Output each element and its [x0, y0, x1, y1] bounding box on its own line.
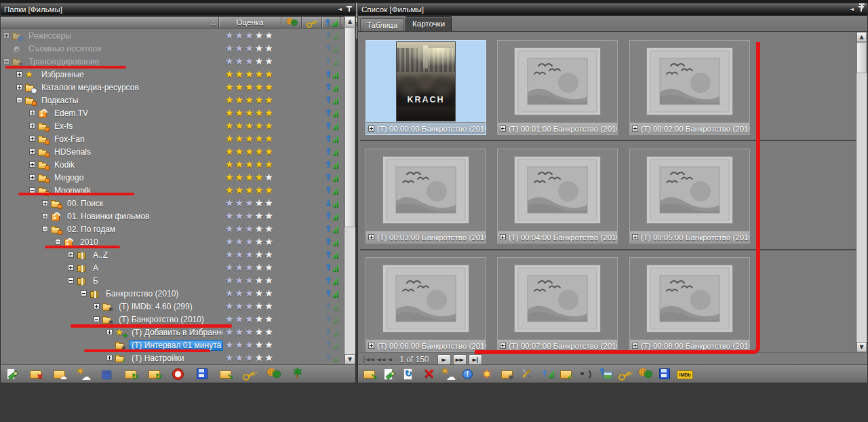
- tree-row[interactable]: 01. Новинки фильмов★★★★★↑: [1, 210, 344, 223]
- help-ring-icon[interactable]: [171, 367, 186, 381]
- key-icon[interactable]: [242, 367, 257, 381]
- page-refresh-icon[interactable]: [401, 367, 416, 381]
- collapse-arrow-icon[interactable]: ◄: [850, 6, 854, 12]
- tree-item-label[interactable]: Съемные носители: [26, 43, 104, 54]
- expand-toggle[interactable]: [42, 200, 48, 206]
- tree-item-label[interactable]: A: [90, 263, 101, 273]
- expand-toggle[interactable]: [42, 226, 48, 232]
- tree-item-label[interactable]: Подкасты: [39, 95, 81, 106]
- folder-import-icon[interactable]: ↘: [362, 367, 377, 381]
- tree-row[interactable]: 00. Поиск★★★★★↓: [1, 197, 344, 210]
- movie-card[interactable]: (Т) 00:06:00 Банкротство (2010: [366, 257, 486, 352]
- burst-icon[interactable]: [480, 367, 495, 381]
- tree-row[interactable]: Б★★★★★↑: [1, 274, 344, 287]
- expand-toggle[interactable]: [106, 329, 113, 335]
- page-edit-icon[interactable]: [382, 367, 397, 381]
- next-page-button[interactable]: ►: [437, 354, 451, 365]
- expand-toggle[interactable]: [368, 234, 374, 240]
- tree-row[interactable]: ★Избранные★★★★★↑: [1, 68, 344, 81]
- first-page-button[interactable]: |◄◄: [363, 354, 374, 365]
- expand-toggle[interactable]: [94, 316, 100, 322]
- tree-row[interactable]: Edem.TV★★★★★↑: [1, 107, 344, 119]
- collapse-arrow-icon[interactable]: ◄: [338, 6, 342, 12]
- expand-toggle[interactable]: [29, 123, 35, 129]
- tree-item-label[interactable]: Транскодирование: [26, 56, 102, 67]
- expand-toggle[interactable]: [29, 110, 35, 116]
- expand-toggle[interactable]: [29, 174, 35, 180]
- tree-row[interactable]: ∗(Т) Интервал 01 минута (★★★★★↑: [1, 339, 344, 351]
- movie-card[interactable]: KRACH(Т) 00:00:00 Банкротство (2010: [366, 40, 486, 135]
- expand-toggle[interactable]: [632, 234, 638, 240]
- expand-toggle[interactable]: [68, 277, 74, 284]
- movie-card[interactable]: (Т) 00:07:00 Банкротство (2010: [497, 257, 618, 352]
- tree-item-label[interactable]: Б: [90, 275, 101, 286]
- users-column-header[interactable]: [281, 17, 302, 28]
- movie-card[interactable]: (Т) 00:08:00 Банкротство (2010: [629, 257, 750, 352]
- expand-toggle[interactable]: [3, 33, 9, 39]
- scroll-down-button[interactable]: ▼: [344, 354, 355, 364]
- expand-toggle[interactable]: [42, 213, 48, 219]
- tree-scrollbar[interactable]: ▲ ▼: [344, 16, 355, 364]
- tree-item-label[interactable]: (Т) Интервал 01 минута (: [129, 340, 223, 351]
- scroll-down-button[interactable]: ▼: [856, 342, 867, 352]
- prev-fast-page-button[interactable]: ◄◄: [376, 354, 384, 365]
- tree-item-label[interactable]: Ex-fs: [52, 121, 75, 132]
- image-up-icon[interactable]: [598, 367, 613, 381]
- expand-toggle[interactable]: [500, 343, 506, 349]
- level-column-header[interactable]: ↑: [322, 17, 340, 28]
- tree-row[interactable]: ☻Режиссеры★★★★★↑: [1, 29, 344, 42]
- movie-card[interactable]: (Т) 00:03:00 Банкротство (2010: [366, 149, 486, 244]
- users-icon[interactable]: [637, 367, 652, 381]
- tree-item-label[interactable]: 2010: [77, 237, 101, 248]
- tree-row[interactable]: ★+(Т) Добавить в Избранное★★★★★↑: [1, 326, 344, 339]
- expand-toggle[interactable]: [3, 58, 9, 64]
- expand-toggle[interactable]: [16, 71, 22, 77]
- tree-item-label[interactable]: Megogo: [52, 172, 86, 183]
- movie-card[interactable]: (Т) 00:01:00 Банкротство (2010: [497, 40, 618, 135]
- tools-icon[interactable]: [519, 367, 534, 381]
- tree-row[interactable]: ∗(Т) Банкротство (2010)★★★★★↑: [1, 313, 344, 326]
- tree-row[interactable]: Kodik★★★★★↑: [1, 158, 344, 171]
- movie-card[interactable]: (Т) 00:02:00 Банкротство (2010: [629, 40, 750, 135]
- folder-check-icon[interactable]: ✓: [559, 367, 574, 381]
- expand-toggle[interactable]: [81, 290, 87, 296]
- tree-row[interactable]: Fox-Fan★★★★★↑: [1, 132, 344, 145]
- folder-gear-icon[interactable]: ∗: [500, 367, 515, 381]
- expand-toggle[interactable]: [500, 126, 506, 132]
- scroll-up-button[interactable]: ▲: [344, 16, 355, 26]
- expand-toggle[interactable]: [632, 126, 638, 132]
- folder-refresh-icon[interactable]: ↻: [123, 367, 138, 381]
- sound-icon[interactable]: [578, 367, 593, 381]
- tree-row[interactable]: Moonwalk★★★★★↑: [1, 184, 344, 197]
- save-icon[interactable]: [657, 367, 672, 381]
- weather-icon[interactable]: [441, 367, 456, 381]
- expand-toggle[interactable]: [500, 234, 506, 240]
- tab-cards[interactable]: Карточки: [406, 16, 452, 31]
- delete-x-icon[interactable]: [421, 367, 436, 381]
- tree-item-label[interactable]: Kodik: [52, 159, 77, 170]
- tree-item-label[interactable]: Банкротство (2010): [103, 288, 181, 299]
- weather-icon[interactable]: [76, 367, 91, 381]
- pin-icon[interactable]: [347, 5, 352, 14]
- tree-row[interactable]: Съемные носители★★★★★↑: [1, 42, 344, 55]
- sort-up-icon[interactable]: ↑: [539, 367, 554, 381]
- expand-toggle[interactable]: [94, 303, 100, 309]
- tree-row[interactable]: A..Z★★★★★↑: [1, 248, 344, 261]
- tree-item-label[interactable]: Fox-Fan: [52, 134, 87, 145]
- expand-toggle[interactable]: [29, 161, 35, 168]
- expand-toggle[interactable]: [106, 355, 113, 361]
- imdb-icon[interactable]: IMDb: [677, 370, 693, 379]
- next-fast-page-button[interactable]: ►►: [453, 354, 467, 365]
- movie-card[interactable]: (Т) 00:05:00 Банкротство (2010: [629, 149, 750, 244]
- name-column-header[interactable]: △: [1, 17, 219, 28]
- expand-toggle[interactable]: [68, 252, 74, 258]
- tree-item-label[interactable]: Moonwalk: [52, 185, 94, 196]
- tree-row[interactable]: ●Каталоги медиа-ресурсов★★★★★↑: [1, 81, 344, 94]
- tree-row[interactable]: Ex-fs★★★★★↑: [1, 119, 344, 132]
- expand-toggle[interactable]: [68, 265, 74, 271]
- expand-toggle[interactable]: [16, 84, 22, 90]
- scrollbar-thumb[interactable]: [856, 42, 867, 73]
- tree-item-label[interactable]: (Т) IMDb: 4.60 (299): [116, 301, 195, 312]
- expand-toggle[interactable]: [368, 126, 374, 132]
- tree-row[interactable]: Megogo★★★★★↑: [1, 171, 344, 184]
